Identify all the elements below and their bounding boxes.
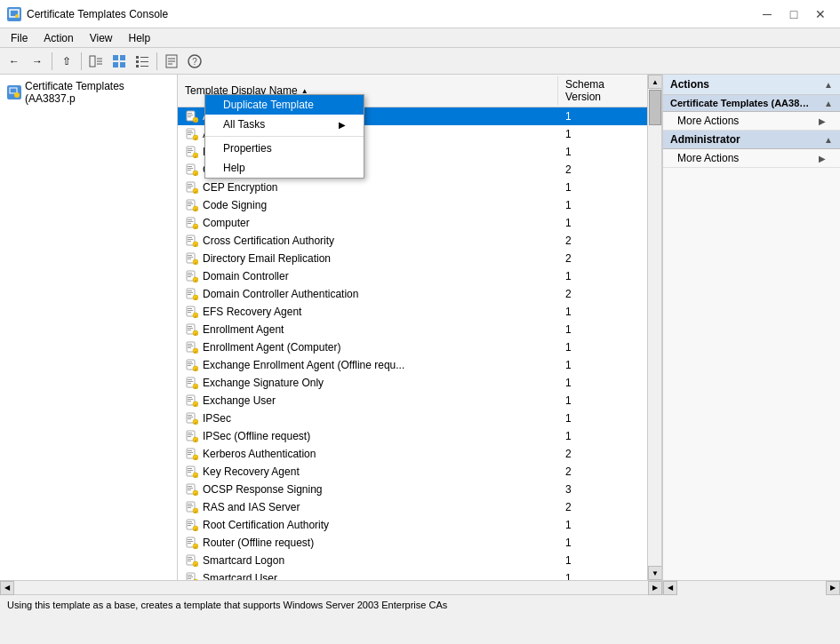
svg-rect-50	[188, 184, 192, 185]
list-row[interactable]: ✓ CEP Encryption 1	[178, 179, 647, 196]
maximize-button[interactable]: □	[781, 5, 806, 23]
properties-button[interactable]	[161, 51, 182, 72]
cert-row-icon: ✓	[185, 340, 199, 354]
scroll-left-button[interactable]: ◀	[0, 581, 14, 595]
list-row[interactable]: ✓ RAS and IAS Server 2	[178, 498, 647, 516]
svg-rect-100	[188, 330, 191, 330]
menu-view[interactable]: View	[83, 30, 120, 46]
svg-rect-128	[188, 415, 192, 416]
close-button[interactable]: ✕	[808, 5, 833, 23]
cert-row-icon: ✓	[185, 411, 199, 425]
section-1-chevron: ▲	[824, 99, 833, 108]
list-row[interactable]: ✓ Router (Offline request) 1	[178, 534, 647, 552]
tree-item-cert-templates[interactable]: Certificate Templates (AA3837.p	[4, 78, 173, 107]
cert-row-icon: ✓	[185, 465, 199, 479]
context-menu-item[interactable]: Duplicate Template	[205, 95, 364, 115]
title-bar-left: Certificate Templates Console	[7, 7, 168, 21]
svg-rect-110	[188, 362, 192, 362]
list-row[interactable]: ✓ Directory Email Replication 2	[178, 250, 647, 267]
list-row[interactable]: ✓ Cross Certification Authority 2	[178, 232, 647, 250]
list-row[interactable]: ✓ Root Certification Authority 1	[178, 516, 647, 534]
actions-section-administrator[interactable]: Administrator ▲	[663, 131, 840, 149]
list-row[interactable]: ✓ Smartcard User 1	[178, 569, 647, 580]
svg-rect-82	[188, 276, 191, 277]
icons-button[interactable]	[108, 51, 130, 72]
svg-text:✓: ✓	[194, 278, 197, 283]
forward-button[interactable]: →	[27, 51, 48, 72]
list-row[interactable]: ✓ Enrollment Agent (Computer) 1	[178, 338, 647, 356]
list-button[interactable]	[132, 51, 153, 72]
help-button[interactable]: ?	[184, 51, 205, 72]
list-row[interactable]: ✓ IPSec 1	[178, 409, 647, 427]
list-row-version: 1	[558, 322, 647, 337]
menu-action[interactable]: Action	[36, 30, 80, 46]
actions-more-actions-2[interactable]: More Actions ▶	[663, 149, 840, 168]
list-row[interactable]: ✓ EFS Recovery Agent 1	[178, 303, 647, 321]
svg-rect-27	[188, 115, 193, 115]
hscroll-track[interactable]	[14, 583, 648, 593]
up-button[interactable]: ⇧	[56, 51, 77, 72]
list-row-version: 1	[558, 180, 647, 195]
list-row[interactable]: ✓ Exchange User 1	[178, 392, 647, 409]
back-button[interactable]: ←	[4, 51, 25, 72]
list-row[interactable]: ✓ IPSec (Offline request) 1	[178, 427, 647, 445]
toolbar-separator-3	[156, 52, 157, 70]
list-row[interactable]: ✓ Enrollment Agent 1	[178, 321, 647, 338]
svg-rect-106	[188, 347, 191, 348]
scroll-down-button[interactable]: ▼	[648, 566, 662, 580]
svg-rect-76	[188, 258, 191, 259]
status-bar: Using this template as a base, creates a…	[0, 594, 840, 614]
svg-rect-92	[188, 308, 192, 309]
right-hscroll-track[interactable]	[677, 583, 826, 593]
context-menu: Duplicate TemplateAll Tasks▶PropertiesHe…	[204, 94, 364, 179]
svg-rect-33	[188, 132, 193, 133]
menu-file[interactable]: File	[4, 30, 35, 46]
list-row[interactable]: ✓ OCSP Response Signing 3	[178, 481, 647, 498]
list-row[interactable]: ✓ Key Recovery Agent 2	[178, 463, 647, 481]
list-row[interactable]: ✓ Code Signing 1	[178, 196, 647, 214]
list-row[interactable]: ✓ Domain Controller Authentication 2	[178, 285, 647, 303]
vertical-scrollbar[interactable]: ▲ ▼	[647, 75, 661, 580]
cert-row-icon: ✓	[185, 482, 199, 497]
svg-rect-74	[188, 255, 192, 256]
svg-rect-147	[188, 470, 193, 471]
list-row[interactable]: ✓ Domain Controller 1	[178, 267, 647, 285]
list-row[interactable]: ✓ Kerberos Authentication 2	[178, 445, 647, 463]
actions-more-actions-1[interactable]: More Actions ▶	[663, 112, 840, 131]
svg-rect-177	[188, 559, 193, 560]
list-row-name: ✓ Smartcard Logon	[178, 553, 558, 568]
list-row-name: ✓ Exchange User	[178, 393, 558, 409]
context-menu-item[interactable]: Properties	[205, 139, 364, 158]
scroll-thumb[interactable]	[649, 90, 661, 125]
svg-rect-81	[188, 274, 193, 275]
cert-row-icon: ✓	[185, 429, 199, 443]
svg-rect-98	[188, 326, 192, 327]
cert-row-icon: ✓	[185, 518, 199, 532]
scroll-track[interactable]	[648, 89, 661, 566]
show-hide-tree-button[interactable]	[85, 51, 107, 72]
svg-rect-10	[120, 62, 125, 68]
list-row[interactable]: ✓ Computer 1	[178, 214, 647, 232]
menu-help[interactable]: Help	[122, 30, 158, 46]
window-controls[interactable]: ─ □ ✕	[755, 5, 833, 23]
minimize-button[interactable]: ─	[755, 5, 780, 23]
list-row-name: ✓ Router (Offline request)	[178, 535, 558, 551]
list-row-version: 2	[558, 163, 647, 177]
horizontal-scrollbar[interactable]: ◀ ▶ ◀ ▶	[0, 580, 840, 594]
cert-row-icon: ✓	[185, 109, 199, 123]
list-row[interactable]: ✓ Exchange Signature Only 1	[178, 374, 647, 392]
right-scroll-right-button[interactable]: ▶	[826, 581, 840, 595]
svg-text:✓: ✓	[194, 207, 197, 212]
scroll-up-button[interactable]: ▲	[648, 75, 662, 89]
context-menu-item[interactable]: Help	[205, 158, 364, 178]
col-header-version[interactable]: Schema Version	[558, 76, 647, 105]
cert-row-icon: ✓	[185, 571, 199, 580]
list-row[interactable]: ✓ Exchange Enrollment Agent (Offline req…	[178, 356, 647, 374]
context-menu-item[interactable]: All Tasks▶	[205, 115, 364, 134]
list-row[interactable]: ✓ Smartcard Logon 1	[178, 552, 647, 569]
actions-section-cert-templates[interactable]: Certificate Templates (AA3837.ptktest.co…	[663, 95, 840, 112]
list-row-name: ✓ Computer	[178, 215, 558, 231]
scroll-right-button[interactable]: ▶	[648, 581, 662, 595]
right-scroll-left-button[interactable]: ◀	[663, 581, 677, 595]
window-title: Certificate Templates Console	[27, 8, 168, 20]
